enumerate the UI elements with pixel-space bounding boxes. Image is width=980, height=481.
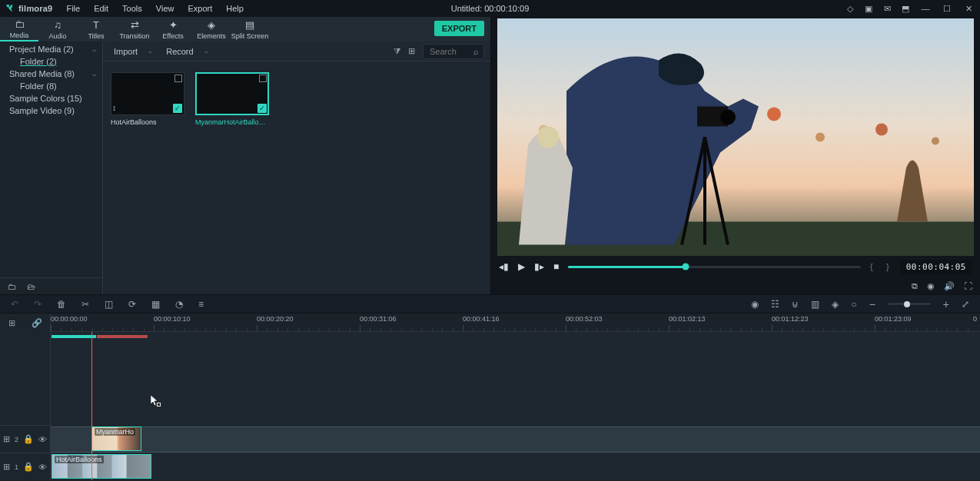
next-frame-icon[interactable]: ▮▸ xyxy=(534,261,544,272)
tab-audio[interactable]: ♫Audio xyxy=(38,17,77,41)
mixer-icon[interactable]: ▥ xyxy=(811,299,819,310)
timeline-clip-2[interactable]: MyanmarHo xyxy=(91,426,141,451)
zoom-in-icon[interactable]: + xyxy=(943,298,949,310)
track-link-icon[interactable]: 🔗 xyxy=(32,318,42,328)
timeline-clip-1[interactable]: HotAirBalloons xyxy=(51,454,151,479)
message-icon[interactable]: ✉ xyxy=(882,3,892,14)
svg-point-12 xyxy=(537,127,559,148)
adjust-icon[interactable]: ≡ xyxy=(198,299,204,310)
thumb-option-icon xyxy=(174,75,182,82)
media-tree: Project Media (2)⌵ Folder (2) Shared Med… xyxy=(0,41,103,294)
track-lock-icon[interactable]: 🔒 xyxy=(23,462,34,472)
source-tabs: 🗀Media ♫Audio TTitles ⇄Transition ✦Effec… xyxy=(0,17,490,41)
voiceover-icon[interactable]: ☷ xyxy=(771,299,779,310)
timeline-ruler[interactable]: 0 00:00:00:0000:00:10:1000:00:20:2000:00… xyxy=(51,313,980,332)
ripple-icon[interactable]: ○ xyxy=(851,299,856,310)
preview-timecode: 00:00:04:05 xyxy=(900,260,972,274)
record-dropdown[interactable]: Record⌵ xyxy=(161,47,212,56)
timeline-toolbar: ↶ ↷ 🗑 ✂ ◫ ⟳ ▦ ◔ ≡ ◉ ☷ ⊍ ▥ ◈ ○ − + ⤢ xyxy=(0,295,980,313)
color-icon[interactable]: ▦ xyxy=(151,299,160,310)
zoom-fit-icon[interactable]: ⤢ xyxy=(962,299,969,310)
track-add-icon[interactable]: ⊞ xyxy=(8,318,15,328)
tree-folder-2[interactable]: Folder (2) xyxy=(0,55,102,68)
tree-sample-video[interactable]: Sample Video (9) xyxy=(0,104,102,117)
menu-help[interactable]: Help xyxy=(220,1,250,16)
media-thumb-1[interactable]: ✓ MyanmarHotAirBalloons5 xyxy=(195,72,269,284)
notification-icon[interactable]: ⬒ xyxy=(900,3,911,14)
app-name: filmora9 xyxy=(18,4,52,13)
prev-frame-icon[interactable]: ◂▮ xyxy=(499,261,509,272)
playhead[interactable] xyxy=(91,332,92,480)
ruler-label: 00:00:10:10 xyxy=(154,315,191,323)
volume-icon[interactable]: 🔊 xyxy=(944,281,955,291)
redo-icon[interactable]: ↷ xyxy=(34,299,42,310)
menubar: File Edit Tools View Export Help xyxy=(60,1,249,16)
media-thumb-0[interactable]: ⟟✓ HotAirBalloons xyxy=(111,72,184,284)
menu-edit[interactable]: Edit xyxy=(88,1,115,16)
save-icon[interactable]: ▣ xyxy=(863,3,874,14)
search-icon: ⌕ xyxy=(473,47,479,56)
account-icon[interactable]: ◇ xyxy=(845,3,855,14)
menu-export[interactable]: Export xyxy=(181,1,218,16)
track-lock-icon[interactable]: 🔒 xyxy=(23,434,34,444)
split-icon[interactable]: ✂ xyxy=(81,299,89,310)
tab-media[interactable]: 🗀Media xyxy=(0,17,38,41)
tab-transition[interactable]: ⇄Transition xyxy=(115,17,154,41)
preview-viewport[interactable] xyxy=(497,18,974,256)
window-minimize[interactable]: — xyxy=(919,3,932,14)
undo-icon[interactable]: ↶ xyxy=(11,299,18,310)
track-video-icon: ⊞ xyxy=(3,434,10,444)
window-maximize[interactable]: ☐ xyxy=(940,3,954,14)
speed-icon[interactable]: ⟳ xyxy=(128,299,136,310)
grid-view-icon[interactable]: ⊞ xyxy=(408,46,415,56)
zoom-slider[interactable] xyxy=(888,303,931,305)
tab-splitscreen[interactable]: ▤Split Screen xyxy=(231,17,269,41)
tree-folder-8[interactable]: Folder (8) xyxy=(0,80,102,92)
preview-progress[interactable] xyxy=(568,266,861,268)
track-head-1[interactable]: ⊞ 1 🔒 👁 xyxy=(0,453,50,480)
quality-icon[interactable]: ⧉ xyxy=(912,281,918,291)
snapshot-icon[interactable]: ◉ xyxy=(927,281,935,291)
render-icon[interactable]: ◉ xyxy=(751,299,759,310)
svg-point-3 xyxy=(767,108,781,121)
menu-tools[interactable]: Tools xyxy=(116,1,148,16)
search-input[interactable]: ⌕ xyxy=(423,44,484,59)
tab-effects[interactable]: ✦Effects xyxy=(154,17,192,41)
zoom-out-icon[interactable]: − xyxy=(869,298,875,310)
track-eye-icon[interactable]: 👁 xyxy=(38,435,47,444)
new-folder-icon[interactable]: 🗀 xyxy=(8,282,16,291)
stop-icon[interactable]: ■ xyxy=(553,261,559,272)
tree-sample-colors[interactable]: Sample Colors (15) xyxy=(0,92,102,104)
mic-icon[interactable]: ⊍ xyxy=(792,299,799,310)
play-icon[interactable]: ▶ xyxy=(518,261,525,272)
export-button[interactable]: EXPORT xyxy=(434,21,484,36)
import-dropdown[interactable]: Import⌵ xyxy=(109,47,157,56)
menu-file[interactable]: File xyxy=(60,1,86,16)
preview-controls: ◂▮ ▶ ▮▸ ■ { } 00:00:04:05 xyxy=(491,256,980,277)
svg-point-5 xyxy=(875,124,888,136)
menu-view[interactable]: View xyxy=(150,1,181,16)
track-head-2[interactable]: ⊞ 2 🔒 👁 xyxy=(0,425,50,453)
tab-elements[interactable]: ◈Elements xyxy=(192,17,231,41)
filter-icon[interactable]: ⧩ xyxy=(394,46,400,56)
tree-project-media[interactable]: Project Media (2)⌵ xyxy=(0,43,102,55)
ruler-label: 00:01:02:13 xyxy=(669,315,706,323)
tree-shared-media[interactable]: Shared Media (8)⌵ xyxy=(0,68,102,80)
greenscreen-icon[interactable]: ◔ xyxy=(175,299,183,310)
delete-icon[interactable]: 🗑 xyxy=(57,299,66,310)
thumb-option-icon xyxy=(259,75,267,82)
track-video-icon: ⊞ xyxy=(3,462,10,472)
crop-icon[interactable]: ◫ xyxy=(105,299,113,310)
mark-in-out-icon[interactable]: { } xyxy=(870,262,891,271)
tab-titles[interactable]: TTitles xyxy=(77,17,115,41)
open-folder-icon[interactable]: 🗁 xyxy=(27,282,35,291)
thumb-type-icon: ⟟ xyxy=(113,104,115,113)
timeline-tracks[interactable]: HotAirBalloons MyanmarHo xyxy=(51,332,980,480)
titlebar: filmora9 File Edit Tools View Export Hel… xyxy=(0,0,980,17)
ruler-label: 00:00:00:00 xyxy=(51,315,88,323)
track-eye-icon[interactable]: 👁 xyxy=(38,463,47,472)
window-close[interactable]: ✕ xyxy=(962,3,975,14)
marker-icon[interactable]: ◈ xyxy=(832,299,839,310)
media-panel: Project Media (2)⌵ Folder (2) Shared Med… xyxy=(0,41,490,294)
fullscreen-icon[interactable]: ⛶ xyxy=(964,281,972,290)
